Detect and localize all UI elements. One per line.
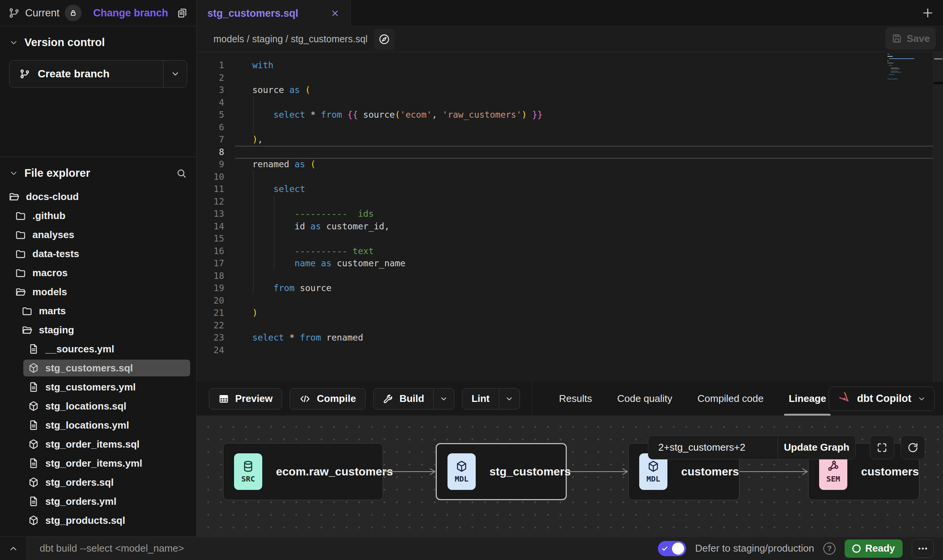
code-line-2[interactable]: 2 <box>197 72 933 84</box>
compile-label: Compile <box>317 393 356 405</box>
file-tree-item-stg-locations-yml[interactable]: stg_locations.yml <box>0 416 196 435</box>
lineage-node-stg-customers[interactable]: MDLstg_customers <box>436 443 567 500</box>
copilot-compass-button[interactable] <box>374 29 395 50</box>
code-line-13[interactable]: 13 ---------- ids <box>197 208 933 220</box>
build-button-group: Build <box>373 388 454 410</box>
code-line-19[interactable]: 19 from source <box>197 282 933 294</box>
update-graph-button[interactable]: Update Graph <box>778 436 855 459</box>
file-tree-item-stg-orders-yml[interactable]: stg_orders.yml <box>0 492 196 511</box>
close-icon[interactable] <box>330 9 340 18</box>
compile-button[interactable]: Compile <box>290 389 365 409</box>
fullscreen-button[interactable] <box>870 435 894 459</box>
code-line-14[interactable]: 14 id as customer_id, <box>197 220 933 233</box>
file-tree-item-macros[interactable]: macros <box>0 263 196 282</box>
command-input[interactable]: dbt build --select <model_name> <box>27 537 649 560</box>
file-tree-item-staging[interactable]: staging <box>0 320 196 339</box>
preview-button[interactable]: Preview <box>209 389 282 409</box>
dbt-copilot-button[interactable]: dbt Copilot <box>829 387 935 411</box>
create-branch-menu-button[interactable] <box>163 61 187 87</box>
code-line-22[interactable]: 22 <box>197 319 933 332</box>
lineage-node-ecom-raw-customers[interactable]: SRCecom.raw_customers <box>223 443 383 500</box>
code-line-4[interactable]: 4 <box>197 96 933 109</box>
code-line-text: ---------- text <box>233 246 374 256</box>
file-tree-item-stg-order-items-sql[interactable]: stg_order_items.sql <box>0 435 196 454</box>
minimap-line <box>887 56 893 57</box>
file-tree-item-label: staging <box>39 324 74 336</box>
code-line-15[interactable]: 15 <box>197 232 933 245</box>
file-tree-item-models[interactable]: models <box>0 282 196 301</box>
code-line-9[interactable]: 9renamed as ( <box>197 158 933 171</box>
code-line-23[interactable]: 23select * from renamed <box>197 331 933 344</box>
node-label: customers <box>861 465 919 478</box>
folder-icon <box>15 248 26 259</box>
database-icon <box>242 460 255 473</box>
minimap[interactable] <box>887 54 930 81</box>
code-line-24[interactable]: 24 <box>197 344 933 357</box>
new-tab-button[interactable] <box>921 6 935 20</box>
build-button[interactable]: Build <box>374 389 433 409</box>
file-tree-item-stg-order-items-yml[interactable]: stg_order_items.yml <box>0 454 196 473</box>
code-line-20[interactable]: 20 <box>197 294 933 307</box>
create-branch-button[interactable]: Create branch <box>10 61 163 87</box>
expand-command-button[interactable] <box>0 537 27 560</box>
code-editor[interactable]: 1with23source as (45 select * from {{ so… <box>197 52 943 382</box>
file-explorer-header[interactable]: File explorer <box>0 157 196 179</box>
save-button[interactable]: Save <box>885 27 936 50</box>
lineage-canvas[interactable]: 2+stg_customers+2 Update Graph SRCecom.r… <box>197 416 943 536</box>
code-line-1[interactable]: 1with <box>197 59 933 72</box>
defer-toggle[interactable] <box>658 541 686 556</box>
file-icon <box>28 381 39 393</box>
file-tree-item-data-tests[interactable]: data-tests <box>0 244 196 263</box>
minimap-line <box>891 67 898 68</box>
code-lines: 1with23source as (45 select * from {{ so… <box>197 59 933 356</box>
tab-compiled-code[interactable]: Compiled code <box>698 382 763 416</box>
minimap-line <box>891 69 900 69</box>
file-tree-item-stg-customers-yml[interactable]: stg_customers.yml <box>0 378 196 397</box>
line-number: 10 <box>197 172 233 182</box>
file-tree-item--sources-yml[interactable]: __sources.yml <box>0 339 196 358</box>
code-line-16[interactable]: 16 ---------- text <box>197 245 933 258</box>
code-line-10[interactable]: 10 <box>197 171 933 183</box>
file-tree-item-stg-products-sql[interactable]: stg_products.sql <box>0 511 196 530</box>
code-line-3[interactable]: 3source as ( <box>197 84 933 96</box>
file-tree-item-stg-customers-sql[interactable]: stg_customers.sql <box>0 358 196 378</box>
refresh-button[interactable] <box>901 435 925 459</box>
file-tree-item-analyses[interactable]: analyses <box>0 225 196 244</box>
branch-locked-badge <box>65 5 82 21</box>
code-line-5[interactable]: 5 select * from {{ source('ecom', 'raw_c… <box>197 109 933 121</box>
code-line-12[interactable]: 12 <box>197 195 933 208</box>
editor-scrollbar[interactable] <box>933 52 943 382</box>
lint-button[interactable]: Lint <box>462 389 499 409</box>
more-options-button[interactable] <box>912 539 934 558</box>
code-line-6[interactable]: 6 <box>197 121 933 134</box>
change-branch-link[interactable]: Change branch <box>93 7 168 19</box>
code-line-8[interactable]: 8 <box>197 146 933 158</box>
code-line-21[interactable]: 21) <box>197 307 933 319</box>
tab-results[interactable]: Results <box>559 382 592 416</box>
tab-lineage[interactable]: Lineage <box>789 382 826 416</box>
help-icon[interactable]: ? <box>823 542 836 555</box>
file-tree-item-stg-locations-sql[interactable]: stg_locations.sql <box>0 397 196 416</box>
search-icon[interactable] <box>176 168 187 179</box>
lint-menu-button[interactable] <box>499 389 520 409</box>
file-tree-item-docs-cloud[interactable]: docs-cloud <box>0 187 196 206</box>
code-line-7[interactable]: 7), <box>197 133 933 146</box>
build-menu-button[interactable] <box>433 389 454 409</box>
status-ready-badge[interactable]: Ready <box>845 539 903 558</box>
lineage-selector-input[interactable]: 2+stg_customers+2 <box>648 436 778 459</box>
tab-code-quality[interactable]: Code quality <box>617 382 672 416</box>
code-line-11[interactable]: 11 select <box>197 183 933 195</box>
folder-open-icon <box>15 286 26 298</box>
tab-stg-customers-sql[interactable]: stg_customers.sql <box>197 0 351 27</box>
line-number: 16 <box>197 246 233 256</box>
code-line-text: source as ( <box>233 85 310 95</box>
code-line-17[interactable]: 17 name as customer_name <box>197 257 933 270</box>
file-tree-item-stg-orders-sql[interactable]: stg_orders.sql <box>0 473 196 492</box>
copy-icon[interactable] <box>176 7 188 19</box>
version-control-header[interactable]: Version control <box>0 26 196 49</box>
code-line-18[interactable]: 18 <box>197 270 933 282</box>
code-line-text: id as customer_id, <box>233 221 390 231</box>
file-tree-item--github[interactable]: .github <box>0 206 196 225</box>
scrollbar-thumb[interactable] <box>933 82 943 84</box>
file-tree-item-marts[interactable]: marts <box>0 301 196 320</box>
